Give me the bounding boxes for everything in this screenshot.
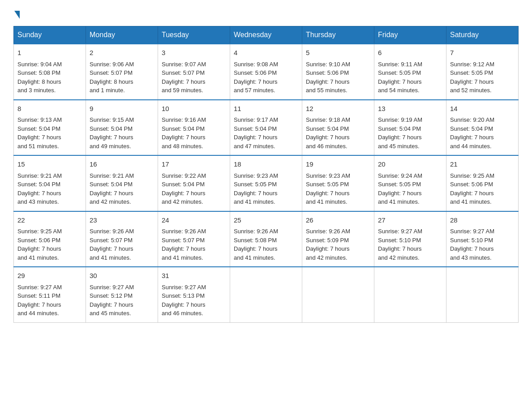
day-number: 31: [162, 271, 226, 281]
calendar-cell: 10Sunrise: 9:16 AMSunset: 5:04 PMDayligh…: [158, 100, 230, 156]
calendar-cell: 25Sunrise: 9:26 AMSunset: 5:08 PMDayligh…: [230, 211, 302, 267]
day-number: 22: [17, 215, 82, 226]
day-info-text: and 42 minutes.: [378, 253, 442, 262]
day-info-text: Sunset: 5:07 PM: [90, 236, 154, 245]
day-number: 11: [234, 104, 298, 114]
column-header-friday: Friday: [374, 26, 446, 44]
day-info-text: Sunset: 5:07 PM: [90, 68, 154, 77]
day-info-text: Daylight: 7 hours: [17, 133, 82, 142]
day-info-text: Daylight: 7 hours: [90, 133, 154, 142]
day-info-text: Sunrise: 9:17 AM: [234, 116, 298, 124]
day-number: 23: [90, 215, 154, 226]
day-number: 30: [90, 271, 154, 281]
day-info-text: and 1 minute.: [90, 86, 154, 95]
day-info-text: Sunset: 5:07 PM: [162, 236, 226, 245]
day-info-text: Daylight: 8 hours: [17, 77, 82, 86]
day-number: 5: [306, 48, 370, 58]
day-info-text: Sunset: 5:06 PM: [17, 236, 82, 245]
calendar-cell: 27Sunrise: 9:27 AMSunset: 5:10 PMDayligh…: [374, 211, 446, 267]
day-info-text: Sunrise: 9:16 AM: [162, 116, 226, 124]
day-info-text: Sunset: 5:07 PM: [162, 68, 226, 77]
calendar-cell: 1Sunrise: 9:04 AMSunset: 5:08 PMDaylight…: [14, 44, 86, 100]
day-info-text: Sunset: 5:09 PM: [306, 236, 370, 245]
day-number: 8: [17, 104, 82, 114]
day-info-text: Sunrise: 9:11 AM: [378, 60, 442, 69]
day-number: 25: [234, 215, 298, 226]
day-info-text: Sunrise: 9:07 AM: [162, 60, 226, 69]
day-info-text: and 41 minutes.: [234, 253, 298, 262]
day-number: 16: [90, 159, 154, 170]
day-info-text: Sunset: 5:08 PM: [17, 68, 82, 77]
logo: [13, 9, 20, 17]
day-info-text: Daylight: 7 hours: [90, 189, 154, 198]
day-info-text: Sunrise: 9:25 AM: [17, 227, 82, 236]
day-info-text: Sunset: 5:04 PM: [162, 124, 226, 133]
day-info-text: Sunrise: 9:26 AM: [306, 227, 370, 236]
day-info-text: Daylight: 7 hours: [162, 189, 226, 198]
day-number: 9: [90, 104, 154, 114]
day-info-text: Sunset: 5:04 PM: [162, 180, 226, 189]
calendar-cell: 11Sunrise: 9:17 AMSunset: 5:04 PMDayligh…: [230, 100, 302, 156]
day-number: 12: [306, 104, 370, 114]
day-info-text: Sunrise: 9:26 AM: [234, 227, 298, 236]
day-info-text: Sunset: 5:10 PM: [378, 236, 442, 245]
day-info-text: Sunrise: 9:23 AM: [234, 171, 298, 180]
day-info-text: and 3 minutes.: [17, 86, 82, 95]
calendar-week-row: 1Sunrise: 9:04 AMSunset: 5:08 PMDaylight…: [14, 44, 519, 100]
logo-triangle-icon: [14, 11, 20, 19]
calendar-cell: 28Sunrise: 9:27 AMSunset: 5:10 PMDayligh…: [446, 211, 519, 267]
calendar-cell: 16Sunrise: 9:21 AMSunset: 5:04 PMDayligh…: [86, 155, 158, 211]
calendar-cell: [230, 267, 302, 322]
day-info-text: and 46 minutes.: [162, 309, 226, 318]
day-info-text: and 41 minutes.: [450, 197, 515, 206]
day-info-text: Daylight: 7 hours: [234, 133, 298, 142]
day-info-text: Daylight: 7 hours: [90, 300, 154, 309]
day-number: 14: [450, 104, 515, 114]
calendar-cell: 26Sunrise: 9:26 AMSunset: 5:09 PMDayligh…: [302, 211, 374, 267]
day-info-text: Sunset: 5:11 PM: [17, 291, 82, 300]
day-info-text: Daylight: 7 hours: [450, 244, 515, 253]
day-info-text: and 55 minutes.: [306, 86, 370, 95]
day-info-text: Sunrise: 9:13 AM: [17, 116, 82, 124]
day-info-text: and 48 minutes.: [162, 142, 226, 151]
calendar-cell: 31Sunrise: 9:27 AMSunset: 5:13 PMDayligh…: [158, 267, 230, 322]
day-info-text: Daylight: 7 hours: [450, 133, 515, 142]
calendar-table: SundayMondayTuesdayWednesdayThursdayFrid…: [13, 26, 519, 323]
day-info-text: Sunset: 5:10 PM: [450, 236, 515, 245]
day-info-text: Daylight: 7 hours: [306, 244, 370, 253]
day-number: 18: [234, 159, 298, 170]
day-number: 26: [306, 215, 370, 226]
column-header-monday: Monday: [86, 26, 158, 44]
calendar-cell: 12Sunrise: 9:18 AMSunset: 5:04 PMDayligh…: [302, 100, 374, 156]
day-number: 20: [378, 159, 442, 170]
calendar-cell: 3Sunrise: 9:07 AMSunset: 5:07 PMDaylight…: [158, 44, 230, 100]
day-info-text: and 41 minutes.: [17, 253, 82, 262]
calendar-cell: [446, 267, 519, 322]
day-info-text: Sunset: 5:05 PM: [450, 68, 515, 77]
day-info-text: Daylight: 7 hours: [234, 189, 298, 198]
day-number: 1: [17, 48, 82, 58]
day-info-text: Sunset: 5:04 PM: [17, 180, 82, 189]
day-number: 2: [90, 48, 154, 58]
day-info-text: Daylight: 7 hours: [162, 244, 226, 253]
day-info-text: Daylight: 7 hours: [306, 189, 370, 198]
day-number: 27: [378, 215, 442, 226]
day-info-text: Sunset: 5:08 PM: [234, 236, 298, 245]
day-info-text: Sunrise: 9:27 AM: [162, 283, 226, 292]
day-info-text: Sunset: 5:06 PM: [306, 68, 370, 77]
day-info-text: and 42 minutes.: [162, 197, 226, 206]
day-info-text: Sunrise: 9:27 AM: [378, 227, 442, 236]
day-info-text: Sunset: 5:04 PM: [306, 124, 370, 133]
day-info-text: and 59 minutes.: [162, 86, 226, 95]
calendar-cell: 6Sunrise: 9:11 AMSunset: 5:05 PMDaylight…: [374, 44, 446, 100]
page-header: [13, 9, 519, 17]
calendar-header-row: SundayMondayTuesdayWednesdayThursdayFrid…: [14, 26, 519, 44]
day-info-text: Daylight: 7 hours: [234, 244, 298, 253]
day-info-text: and 49 minutes.: [90, 142, 154, 151]
day-info-text: Sunset: 5:04 PM: [17, 124, 82, 133]
day-info-text: and 41 minutes.: [162, 253, 226, 262]
day-info-text: and 45 minutes.: [90, 309, 154, 318]
column-header-thursday: Thursday: [302, 26, 374, 44]
day-info-text: Sunset: 5:04 PM: [450, 124, 515, 133]
day-info-text: Daylight: 7 hours: [378, 189, 442, 198]
